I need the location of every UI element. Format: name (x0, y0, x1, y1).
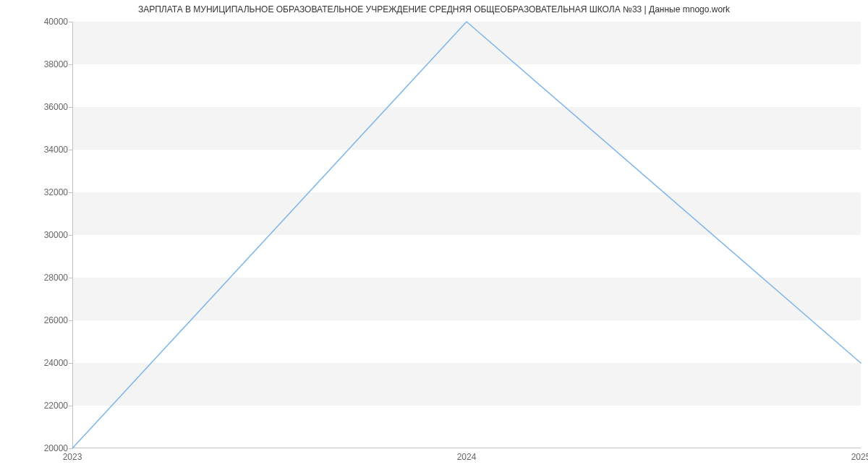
y-tick-mark (69, 363, 72, 364)
y-tick-mark (69, 235, 72, 236)
y-tick-label: 40000 (3, 17, 68, 27)
y-tick-label: 20000 (3, 443, 68, 453)
y-tick-mark (69, 448, 72, 449)
y-tick-label: 24000 (3, 358, 68, 368)
x-tick-label: 2025 (851, 452, 868, 462)
y-tick-label: 30000 (3, 230, 68, 240)
x-tick-label: 2023 (63, 452, 82, 462)
y-tick-label: 32000 (3, 187, 68, 197)
y-tick-label: 36000 (3, 102, 68, 112)
plot-area (72, 22, 861, 448)
y-tick-mark (69, 64, 72, 65)
y-tick-mark (69, 192, 72, 193)
x-tick-label: 2024 (457, 452, 477, 462)
y-tick-mark (69, 406, 72, 406)
y-tick-mark (69, 22, 72, 22)
y-tick-mark (69, 150, 72, 150)
line-series (72, 22, 861, 448)
y-tick-mark (69, 278, 72, 278)
y-tick-label: 22000 (3, 401, 68, 411)
salary-chart: ЗАРПЛАТА В МУНИЦИПАЛЬНОЕ ОБРАЗОВАТЕЛЬНОЕ… (0, 0, 868, 470)
y-tick-label: 38000 (3, 59, 68, 69)
y-tick-mark (69, 107, 72, 108)
y-tick-mark (69, 320, 72, 321)
y-tick-label: 26000 (3, 315, 68, 325)
chart-title: ЗАРПЛАТА В МУНИЦИПАЛЬНОЕ ОБРАЗОВАТЕЛЬНОЕ… (0, 4, 868, 14)
y-tick-label: 28000 (3, 273, 68, 283)
y-tick-label: 34000 (3, 145, 68, 155)
